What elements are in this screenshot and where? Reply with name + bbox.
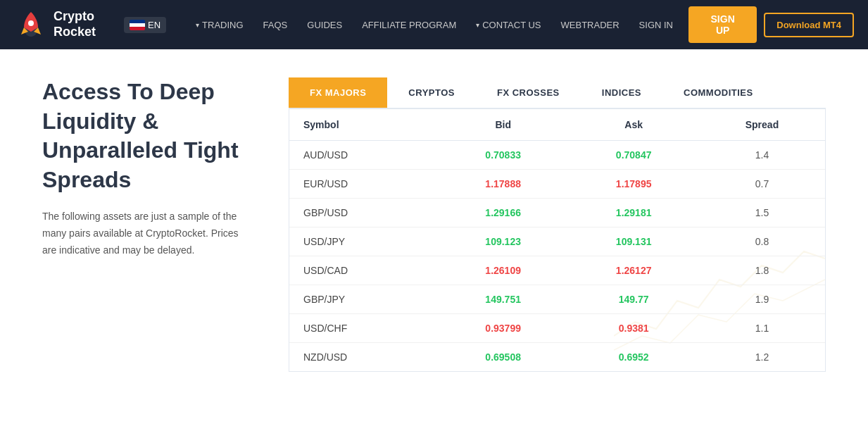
table-row: GBP/JPY 149.751 149.77 1.9: [289, 285, 825, 314]
table-row: EUR/USD 1.17888 1.17895 0.7: [289, 170, 825, 199]
cell-symbol: GBP/JPY: [289, 285, 438, 314]
nav-faqs[interactable]: FAQs: [255, 14, 296, 36]
lang-label: EN: [148, 20, 161, 30]
market-tabs: FX MAJORS CRYPTOS FX CROSSES INDICES COM…: [289, 77, 826, 109]
cell-ask: 0.70847: [568, 141, 699, 170]
main-content: Access To Deep Liquidity & Unparalleled …: [0, 49, 868, 423]
navbar: Crypto Rocket EN ▾ TRADING FAQs GUIDES A…: [0, 0, 868, 49]
cell-bid: 1.17888: [438, 170, 569, 199]
table-row: USD/CAD 1.26109 1.26127 1.8: [289, 256, 825, 285]
nav-links: ▾ TRADING FAQs GUIDES AFFILIATE PROGRAM …: [187, 14, 681, 36]
table-row: USD/CHF 0.93799 0.9381 1.1: [289, 314, 825, 343]
cell-symbol: GBP/USD: [289, 199, 438, 227]
cell-spread: 1.2: [699, 343, 825, 372]
tab-indices[interactable]: INDICES: [581, 77, 662, 108]
cell-ask: 1.29181: [568, 199, 699, 227]
table-row: GBP/USD 1.29166 1.29181 1.5: [289, 199, 825, 227]
tab-cryptos[interactable]: CRYPTOS: [387, 77, 476, 108]
table-row: AUD/USD 0.70833 0.70847 1.4: [289, 141, 825, 170]
chevron-down-icon: ▾: [476, 21, 479, 29]
signup-button[interactable]: SIGN UP: [688, 6, 757, 43]
cell-symbol: EUR/USD: [289, 170, 438, 199]
cell-ask: 0.9381: [568, 314, 699, 343]
hero-panel: Access To Deep Liquidity & Unparalleled …: [42, 77, 246, 394]
cell-ask: 149.77: [568, 285, 699, 314]
nav-contact[interactable]: ▾ CONTACT US: [467, 14, 549, 36]
cell-spread: 1.1: [699, 314, 825, 343]
col-bid: Bid: [438, 109, 569, 141]
cell-spread: 0.7: [699, 170, 825, 199]
table-header-row: Symbol Bid Ask Spread: [289, 109, 825, 141]
chevron-down-icon: ▾: [196, 21, 199, 29]
nav-affiliate[interactable]: AFFILIATE PROGRAM: [353, 14, 465, 36]
cell-bid: 0.69508: [438, 343, 569, 372]
cell-ask: 1.26127: [568, 256, 699, 285]
cell-ask: 1.17895: [568, 170, 699, 199]
flag-icon: [130, 20, 145, 30]
tab-fx-crosses[interactable]: FX CROSSES: [476, 77, 581, 108]
cell-bid: 149.751: [438, 285, 569, 314]
nav-webtrader[interactable]: WEBTRADER: [553, 14, 628, 36]
cell-spread: 1.9: [699, 285, 825, 314]
cell-symbol: USD/JPY: [289, 227, 438, 256]
cell-symbol: AUD/USD: [289, 141, 438, 170]
market-data-panel: FX MAJORS CRYPTOS FX CROSSES INDICES COM…: [289, 77, 826, 394]
hero-description: The following assets are just a sample o…: [42, 208, 246, 258]
col-symbol: Symbol: [289, 109, 438, 141]
nav-actions: SIGN UP Download MT4: [688, 6, 854, 43]
logo-text: Crypto Rocket: [54, 9, 96, 39]
cell-spread: 0.8: [699, 227, 825, 256]
cell-spread: 1.8: [699, 256, 825, 285]
cell-ask: 109.131: [568, 227, 699, 256]
tab-commodities[interactable]: COMMODITIES: [662, 77, 774, 108]
cell-ask: 0.6952: [568, 343, 699, 372]
table-row: USD/JPY 109.123 109.131 0.8: [289, 227, 825, 256]
cell-symbol: USD/CHF: [289, 314, 438, 343]
cell-spread: 1.5: [699, 199, 825, 227]
market-table-container: Symbol Bid Ask Spread AUD/USD 0.70833 0.…: [289, 109, 826, 372]
language-selector[interactable]: EN: [124, 17, 166, 33]
hero-heading: Access To Deep Liquidity & Unparalleled …: [42, 77, 246, 194]
nav-trading[interactable]: ▾ TRADING: [187, 14, 252, 36]
cell-bid: 1.29166: [438, 199, 569, 227]
nav-signin[interactable]: SIGN IN: [631, 14, 681, 36]
nav-guides[interactable]: GUIDES: [298, 14, 351, 36]
cell-bid: 0.70833: [438, 141, 569, 170]
svg-point-1: [28, 20, 34, 26]
cell-bid: 1.26109: [438, 256, 569, 285]
cell-symbol: NZD/USD: [289, 343, 438, 372]
col-ask: Ask: [568, 109, 699, 141]
cell-spread: 1.4: [699, 141, 825, 170]
col-spread: Spread: [699, 109, 825, 141]
logo[interactable]: Crypto Rocket: [14, 8, 96, 42]
cell-bid: 109.123: [438, 227, 569, 256]
tab-fx-majors[interactable]: FX MAJORS: [289, 77, 387, 108]
cell-symbol: USD/CAD: [289, 256, 438, 285]
cell-bid: 0.93799: [438, 314, 569, 343]
table-row: NZD/USD 0.69508 0.6952 1.2: [289, 343, 825, 372]
download-mt4-button[interactable]: Download MT4: [764, 13, 854, 37]
market-table: Symbol Bid Ask Spread AUD/USD 0.70833 0.…: [289, 109, 825, 371]
